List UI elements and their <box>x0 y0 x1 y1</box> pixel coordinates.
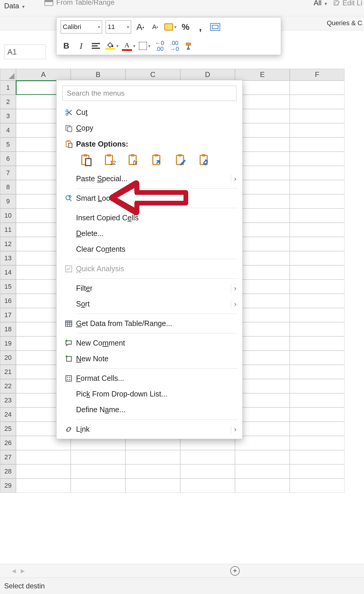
cell[interactable] <box>235 450 290 464</box>
scroll-sheet-right[interactable]: ▶ <box>21 568 25 574</box>
cell[interactable] <box>235 180 290 194</box>
paste-option-formulas[interactable]: fx <box>127 154 140 167</box>
format-painter-button[interactable] <box>183 41 195 50</box>
cell[interactable] <box>290 308 344 322</box>
cell[interactable] <box>235 351 290 365</box>
bold-button[interactable]: B <box>61 39 72 52</box>
row-header[interactable]: 8 <box>0 180 16 194</box>
font-color-button[interactable]: A ▾ <box>122 39 135 52</box>
row-header[interactable]: 22 <box>0 379 16 393</box>
menu-format-cells[interactable]: Format Cells... <box>57 370 242 386</box>
paste-option-values[interactable]: 123 <box>103 154 116 167</box>
row-header[interactable]: 20 <box>0 351 16 365</box>
menu-filter[interactable]: Filter › <box>57 280 242 296</box>
menu-copy[interactable]: Copy <box>57 120 242 136</box>
column-header[interactable]: C <box>125 69 180 81</box>
cell[interactable] <box>71 450 125 464</box>
increase-decimal-button[interactable]: ←0.00 <box>154 39 165 52</box>
name-box[interactable]: A1 <box>4 44 46 59</box>
menu-insert-copied-cells[interactable]: Insert Copied Cells <box>57 210 242 226</box>
cell[interactable] <box>290 365 344 379</box>
cell[interactable] <box>290 422 344 436</box>
row-header[interactable]: 10 <box>0 208 16 223</box>
menu-pick-from-list[interactable]: Pick From Drop-down List... <box>57 386 242 402</box>
font-name-select[interactable]: Calibri ▾ <box>61 20 102 33</box>
row-header[interactable]: 25 <box>0 422 16 436</box>
cell[interactable] <box>235 194 290 208</box>
menu-new-note[interactable]: New Note <box>57 351 242 367</box>
cell[interactable] <box>235 208 290 223</box>
tab-data[interactable]: Data ▾ <box>4 0 25 10</box>
row-header[interactable]: 5 <box>0 137 16 152</box>
menu-link[interactable]: Link › <box>57 421 242 437</box>
cell[interactable] <box>235 393 290 407</box>
cell[interactable] <box>125 479 180 493</box>
row-header[interactable]: 17 <box>0 308 16 322</box>
cell[interactable] <box>290 265 344 280</box>
decrease-font-size-button[interactable]: A▾ <box>149 20 161 33</box>
queries-connections-button[interactable]: Queries & C <box>327 19 362 27</box>
cell[interactable] <box>235 137 290 152</box>
cell[interactable] <box>235 322 290 336</box>
cell[interactable] <box>235 479 290 493</box>
menu-delete[interactable]: Delete... <box>57 226 242 241</box>
paste-option-link[interactable] <box>198 154 211 167</box>
cell[interactable] <box>235 123 290 137</box>
cell[interactable] <box>290 223 344 237</box>
row-header[interactable]: 18 <box>0 322 16 336</box>
row-header[interactable]: 21 <box>0 365 16 379</box>
number-format-button[interactable]: ▾ <box>164 20 176 33</box>
cell[interactable] <box>125 450 180 464</box>
row-header[interactable]: 23 <box>0 393 16 407</box>
column-header[interactable]: A <box>16 69 71 81</box>
cell[interactable] <box>290 251 344 265</box>
row-header[interactable]: 1 <box>0 81 16 95</box>
column-header[interactable]: F <box>290 69 344 81</box>
borders-button[interactable]: ▾ <box>139 39 150 52</box>
row-header[interactable]: 12 <box>0 237 16 251</box>
percent-button[interactable]: % <box>180 20 191 33</box>
menu-new-comment[interactable]: New Comment <box>57 335 242 351</box>
comma-style-button[interactable]: , <box>195 20 206 33</box>
cell[interactable] <box>235 237 290 251</box>
row-header[interactable]: 24 <box>0 407 16 422</box>
cell[interactable] <box>235 223 290 237</box>
cell[interactable] <box>235 422 290 436</box>
cell[interactable] <box>290 152 344 166</box>
cell[interactable] <box>235 308 290 322</box>
cell[interactable] <box>290 450 344 464</box>
cell[interactable] <box>235 365 290 379</box>
row-header[interactable]: 3 <box>0 109 16 123</box>
row-header[interactable]: 9 <box>0 194 16 208</box>
cell[interactable] <box>235 464 290 479</box>
cell[interactable] <box>290 208 344 223</box>
select-all-corner[interactable] <box>0 69 16 81</box>
from-table-range-button[interactable]: From Table/Range <box>44 0 115 7</box>
cell[interactable] <box>290 479 344 493</box>
cell[interactable] <box>235 407 290 422</box>
cell[interactable] <box>290 294 344 308</box>
cell[interactable] <box>16 479 71 493</box>
row-header[interactable]: 19 <box>0 336 16 351</box>
column-header[interactable]: D <box>180 69 235 81</box>
cell[interactable] <box>235 81 290 95</box>
row-header[interactable]: 26 <box>0 436 16 450</box>
cell[interactable] <box>290 95 344 109</box>
fill-color-button[interactable]: ▾ <box>105 39 118 52</box>
cell[interactable] <box>290 336 344 351</box>
cell[interactable] <box>290 123 344 137</box>
align-button[interactable] <box>90 39 102 52</box>
cell[interactable] <box>290 407 344 422</box>
cell[interactable] <box>71 464 125 479</box>
paste-option-paste[interactable] <box>80 154 93 167</box>
row-header[interactable]: 27 <box>0 450 16 464</box>
scroll-sheet-left[interactable]: ◀ <box>12 568 16 574</box>
menu-get-data-table-range[interactable]: Get Data from Table/Range... <box>57 316 242 331</box>
cell[interactable] <box>290 379 344 393</box>
cell[interactable] <box>180 450 235 464</box>
row-header[interactable]: 14 <box>0 265 16 280</box>
cell[interactable] <box>235 152 290 166</box>
cell[interactable] <box>290 180 344 194</box>
cell[interactable] <box>290 109 344 123</box>
cell[interactable] <box>235 109 290 123</box>
